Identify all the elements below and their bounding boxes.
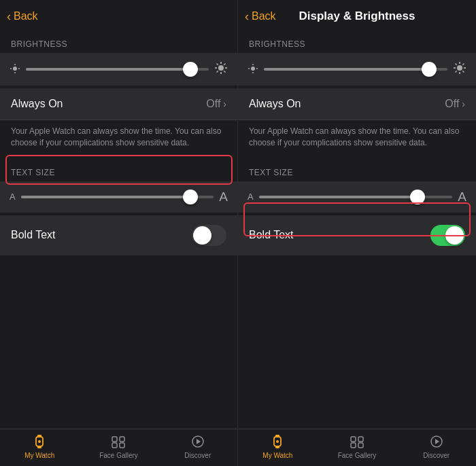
svg-line-13	[217, 71, 218, 72]
svg-rect-43	[358, 437, 363, 442]
left-brightness-low-icon	[10, 63, 20, 76]
left-tab-facegallery[interactable]: Face Gallery	[79, 433, 158, 459]
svg-rect-40	[275, 446, 279, 448]
svg-rect-20	[112, 443, 117, 448]
right-panel: ‹ Back Display & Brightness BRIGHTNESS	[238, 0, 476, 466]
left-bold-text-label: Bold Text	[11, 229, 56, 241]
svg-rect-45	[358, 443, 363, 448]
right-always-on-chevron-icon: ›	[462, 98, 465, 109]
right-header: ‹ Back Display & Brightness	[238, 0, 476, 30]
right-tab-facegallery[interactable]: Face Gallery	[318, 433, 397, 459]
right-toggle-knob	[445, 226, 464, 245]
right-header-title: Display & Brightness	[299, 10, 415, 23]
right-text-size-row[interactable]: A A	[238, 181, 476, 213]
left-tab-facegallery-label: Face Gallery	[99, 452, 138, 459]
right-tab-bar: My Watch Face Gallery Discover	[238, 429, 476, 466]
right-tab-mywatch-label: My Watch	[262, 452, 292, 459]
right-back-chevron-icon: ‹	[245, 10, 249, 24]
svg-line-11	[224, 71, 225, 72]
left-tab-mywatch[interactable]: My Watch	[0, 433, 79, 459]
right-text-size-small-a: A	[248, 192, 254, 202]
left-text-size-row[interactable]: A A	[0, 181, 237, 213]
right-text-size-label: TEXT SIZE	[238, 158, 476, 181]
right-always-on-description: Your Apple Watch can always show the tim…	[238, 120, 476, 158]
left-brightness-high-icon	[214, 61, 228, 77]
left-always-on-value: Off ›	[206, 98, 226, 110]
right-tab-discover-label: Discover	[423, 452, 449, 459]
svg-point-5	[218, 65, 224, 71]
left-always-on-label: Always On	[11, 98, 63, 110]
left-header: ‹ Back	[0, 0, 237, 30]
right-brightness-label: BRIGHTNESS	[238, 30, 476, 53]
left-back-label: Back	[14, 10, 38, 22]
svg-point-29	[457, 65, 462, 71]
left-always-on-chevron-icon: ›	[223, 98, 226, 109]
right-always-on-row[interactable]: Always On Off ›	[238, 88, 476, 120]
svg-line-12	[224, 64, 225, 65]
right-facegallery-icon	[349, 433, 365, 450]
right-tab-facegallery-label: Face Gallery	[338, 452, 377, 459]
svg-rect-18	[112, 437, 117, 442]
svg-line-34	[456, 64, 457, 65]
svg-marker-23	[197, 439, 201, 444]
left-bold-text-toggle[interactable]	[192, 225, 226, 246]
svg-point-41	[276, 440, 279, 443]
svg-point-17	[38, 440, 41, 443]
left-tab-mywatch-label: My Watch	[24, 452, 54, 459]
svg-rect-15	[37, 435, 41, 437]
left-panel: ‹ Back BRIGHTNESS	[0, 0, 238, 466]
right-back-button[interactable]: ‹ Back	[245, 10, 276, 24]
left-tab-bar: My Watch Face Gallery Discover	[0, 429, 237, 466]
left-always-on-description: Your Apple Watch can always show the tim…	[0, 120, 237, 158]
right-bold-text-row[interactable]: Bold Text	[238, 215, 476, 255]
left-brightness-label: BRIGHTNESS	[0, 30, 237, 53]
right-always-on-value: Off ›	[445, 98, 465, 110]
left-back-chevron-icon: ‹	[7, 10, 11, 24]
right-discover-icon	[428, 433, 445, 450]
right-text-size-large-a: A	[458, 190, 466, 204]
svg-rect-16	[37, 446, 41, 448]
right-bold-text-label: Bold Text	[249, 229, 294, 241]
svg-rect-44	[351, 443, 356, 448]
left-text-size-label: TEXT SIZE	[0, 158, 237, 181]
right-bold-text-toggle[interactable]	[430, 225, 465, 246]
right-brightness-high-icon	[453, 61, 466, 77]
svg-point-24	[251, 67, 255, 71]
right-mywatch-icon	[269, 433, 286, 450]
svg-line-36	[462, 64, 464, 65]
svg-line-37	[456, 71, 457, 72]
left-always-on-row[interactable]: Always On Off ›	[0, 88, 237, 120]
left-toggle-knob	[193, 226, 211, 245]
left-tab-discover-label: Discover	[184, 452, 211, 459]
left-back-button[interactable]: ‹ Back	[7, 10, 38, 24]
svg-rect-21	[120, 443, 124, 448]
right-brightness-low-icon	[248, 63, 258, 76]
right-text-size-slider[interactable]	[259, 196, 453, 198]
left-text-size-large-a: A	[219, 190, 228, 204]
left-discover-icon	[190, 433, 206, 450]
right-brightness-row[interactable]	[238, 53, 476, 86]
left-brightness-row[interactable]	[0, 53, 237, 86]
svg-point-0	[13, 67, 17, 71]
left-brightness-slider[interactable]	[26, 68, 209, 71]
svg-marker-47	[435, 439, 439, 444]
svg-rect-19	[120, 437, 124, 442]
right-tab-mywatch[interactable]: My Watch	[238, 433, 318, 459]
left-bold-text-row[interactable]: Bold Text	[0, 215, 237, 255]
right-tab-discover[interactable]: Discover	[396, 433, 476, 459]
svg-rect-42	[351, 437, 356, 442]
right-back-label: Back	[252, 10, 276, 22]
left-facegallery-icon	[110, 433, 126, 450]
svg-rect-39	[275, 435, 279, 437]
left-mywatch-icon	[31, 433, 48, 450]
right-brightness-slider[interactable]	[264, 68, 447, 71]
left-text-size-small-a: A	[10, 192, 16, 202]
svg-line-35	[462, 71, 464, 72]
left-text-size-slider[interactable]	[21, 196, 214, 198]
left-tab-discover[interactable]: Discover	[158, 433, 237, 459]
svg-line-10	[217, 64, 218, 65]
right-always-on-label: Always On	[249, 98, 301, 110]
